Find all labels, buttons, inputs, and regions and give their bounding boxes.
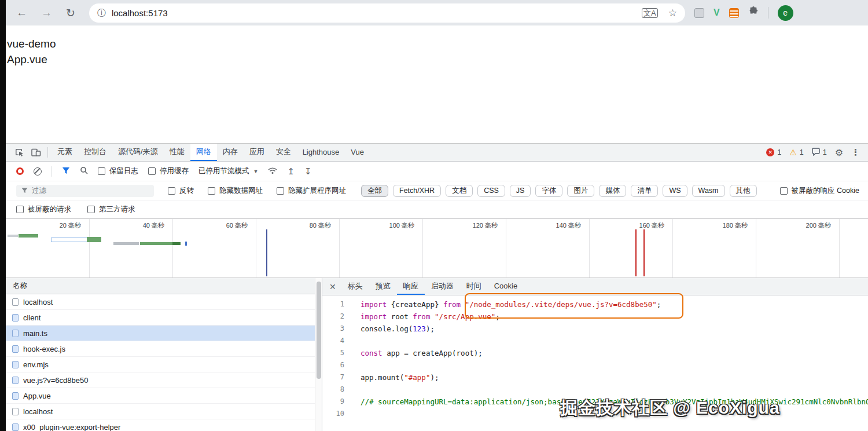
- error-badge[interactable]: ✕ 1: [766, 148, 781, 156]
- detail-tab-1[interactable]: 预览: [369, 278, 397, 295]
- devtools-tab-1[interactable]: 控制台: [78, 144, 112, 161]
- profile-avatar[interactable]: e: [778, 5, 793, 21]
- devtools-tab-0[interactable]: 元素: [52, 144, 78, 161]
- close-icon[interactable]: ✕: [328, 282, 341, 291]
- filter-chip-3[interactable]: CSS: [477, 185, 505, 197]
- devtools-tab-7[interactable]: 安全: [270, 144, 297, 161]
- script-file-icon: [12, 345, 19, 353]
- request-row[interactable]: x00_plugin-vue:export-helper: [6, 419, 322, 431]
- filter-chip-10[interactable]: Wasm: [692, 185, 725, 197]
- detail-tab-2[interactable]: 响应: [397, 278, 425, 295]
- request-row[interactable]: vue.js?v=6cd8be50: [6, 372, 322, 388]
- request-row[interactable]: App.vue: [6, 388, 322, 404]
- issues-badge[interactable]: 1: [812, 148, 827, 158]
- devtools-tab-8[interactable]: Lighthouse: [297, 144, 345, 161]
- line-number: 9: [322, 396, 352, 408]
- request-name: localhost: [23, 298, 53, 306]
- search-icon[interactable]: [80, 166, 88, 177]
- request-row[interactable]: localhost: [6, 404, 322, 419]
- checkbox-box[interactable]: [277, 187, 284, 195]
- page-text-line2: App.vue: [7, 52, 868, 67]
- warning-badge[interactable]: ⚠ 1: [789, 148, 804, 156]
- filter-input[interactable]: 过滤: [16, 185, 154, 197]
- detail-tab-5[interactable]: Cookie: [488, 278, 524, 295]
- throttling-select[interactable]: 已停用节流模式 ▼: [198, 166, 258, 176]
- request-row[interactable]: hook-exec.js: [6, 341, 322, 357]
- filter-chip-5[interactable]: 字体: [535, 185, 562, 197]
- export-har-icon[interactable]: ↧: [304, 166, 312, 177]
- devtools-tab-2[interactable]: 源代码/来源: [112, 144, 164, 161]
- device-toolbar-icon[interactable]: [28, 145, 44, 160]
- scrollbar-thumb[interactable]: [317, 282, 321, 379]
- checkbox-box[interactable]: [208, 187, 215, 195]
- preserve-log-checkbox[interactable]: 保留日志: [98, 166, 138, 176]
- devtools-tab-9[interactable]: Vue: [345, 144, 370, 161]
- network-overview-timeline[interactable]: 20 毫秒40 毫秒60 毫秒80 毫秒100 毫秒120 毫秒140 毫秒16…: [6, 219, 868, 278]
- extension-icon[interactable]: [694, 8, 704, 18]
- vue-devtools-icon[interactable]: V: [713, 8, 720, 18]
- request-row[interactable]: localhost: [6, 294, 322, 310]
- code-text: import root from "/src/App.vue";: [352, 311, 500, 323]
- checkbox-box[interactable]: [148, 167, 156, 175]
- devtools-tab-4[interactable]: 网络: [190, 144, 217, 161]
- filter-chip-2[interactable]: 文档: [446, 185, 473, 197]
- detail-tab-0[interactable]: 标头: [341, 278, 369, 295]
- filter-chip-9[interactable]: WS: [663, 185, 687, 197]
- filter-chip-7[interactable]: 媒体: [599, 185, 626, 197]
- back-icon[interactable]: ←: [16, 6, 27, 19]
- invert-checkbox[interactable]: 反转: [168, 186, 194, 196]
- clear-button[interactable]: [34, 167, 42, 176]
- record-button[interactable]: [16, 167, 24, 175]
- filter-funnel-icon[interactable]: [62, 166, 70, 177]
- import-har-icon[interactable]: ↥: [287, 166, 295, 177]
- checkbox-box[interactable]: [87, 206, 95, 213]
- request-name: localhost: [23, 407, 53, 416]
- devtools-tab-6[interactable]: 应用: [244, 144, 270, 161]
- reload-icon[interactable]: ↻: [66, 6, 75, 20]
- request-row[interactable]: client: [6, 310, 322, 326]
- blocked-response-cookies-checkbox[interactable]: 被屏蔽的响应 Cookie: [780, 186, 859, 196]
- script-file-icon: [12, 392, 19, 400]
- detail-tab-4[interactable]: 时间: [460, 278, 488, 295]
- checkbox-box[interactable]: [16, 206, 24, 213]
- settings-gear-icon[interactable]: ⚙: [835, 147, 843, 158]
- translate-icon[interactable]: 文A: [642, 8, 658, 18]
- filter-chip-4[interactable]: JS: [510, 185, 531, 197]
- extension-orange-icon[interactable]: [729, 8, 739, 18]
- name-column-header[interactable]: 名称: [6, 278, 322, 294]
- filter-chip-11[interactable]: 其他: [730, 185, 757, 197]
- devtools-tab-3[interactable]: 性能: [164, 144, 190, 161]
- checkbox-box[interactable]: [98, 167, 105, 175]
- devtools-tab-5[interactable]: 内存: [217, 144, 244, 161]
- disable-cache-checkbox[interactable]: 停用缓存: [148, 166, 189, 176]
- site-info-icon[interactable]: ⓘ: [97, 8, 106, 19]
- filter-chip-1[interactable]: Fetch/XHR: [393, 185, 441, 197]
- inspect-element-icon[interactable]: [12, 145, 28, 160]
- hide-extension-urls-checkbox[interactable]: 隐藏扩展程序网址: [277, 186, 346, 196]
- request-row[interactable]: env.mjs: [6, 357, 322, 372]
- bookmark-star-icon[interactable]: ☆: [668, 7, 677, 19]
- forward-icon[interactable]: →: [41, 6, 52, 19]
- checkbox-box[interactable]: [780, 187, 788, 195]
- hide-data-urls-checkbox[interactable]: 隐藏数据网址: [208, 186, 263, 196]
- extensions-puzzle-icon[interactable]: [748, 6, 759, 19]
- timeline-column: 160 毫秒: [590, 219, 673, 277]
- third-party-checkbox[interactable]: 第三方请求: [87, 204, 135, 214]
- scrollbar[interactable]: [315, 278, 322, 431]
- blocked-requests-checkbox[interactable]: 被屏蔽的请求: [16, 204, 71, 214]
- kebab-menu-icon[interactable]: ⋮: [851, 147, 860, 158]
- checkbox-box[interactable]: [168, 187, 175, 195]
- network-conditions-icon[interactable]: [268, 166, 277, 177]
- request-row[interactable]: main.ts: [6, 326, 322, 341]
- filter-chip-0[interactable]: 全部: [361, 185, 388, 197]
- address-bar[interactable]: ⓘ localhost:5173 文A ☆: [89, 3, 685, 23]
- filter-chip-6[interactable]: 图片: [567, 185, 594, 197]
- timeline-column: 140 毫秒: [506, 219, 590, 277]
- code-text: [352, 408, 361, 420]
- devtools-tabbar: 元素控制台源代码/来源性能网络内存应用安全LighthouseVue ✕ 1 ⚠…: [6, 144, 868, 162]
- line-number: 5: [322, 347, 352, 359]
- detail-tab-3[interactable]: 启动器: [425, 278, 460, 295]
- request-list: localhostclientmain.tshook-exec.jsenv.mj…: [6, 294, 322, 431]
- filter-chip-8[interactable]: 清单: [631, 185, 658, 197]
- timeline-label: 20 毫秒: [6, 221, 89, 230]
